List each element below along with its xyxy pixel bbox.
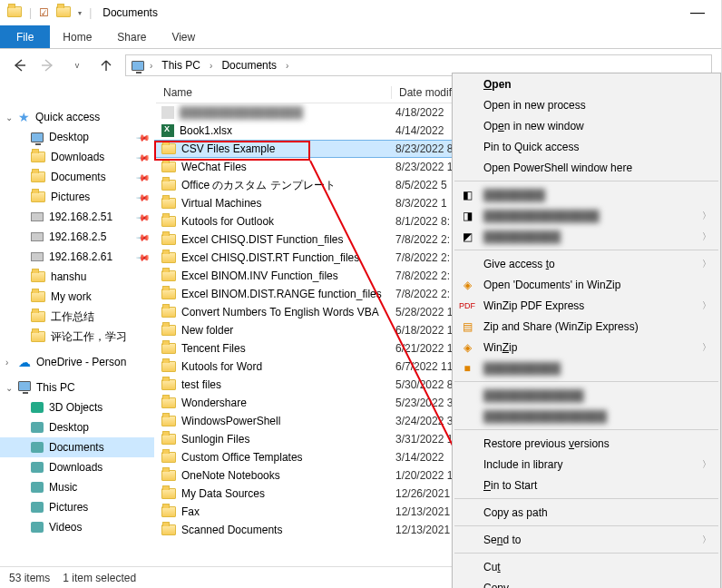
sidebar-item-label: Documents bbox=[49, 441, 104, 454]
chevron-down-icon[interactable]: ⌄ bbox=[5, 383, 13, 393]
menu-copy-as-path[interactable]: Copy as path bbox=[453, 502, 720, 523]
sidebar-quick-access[interactable]: ⌄ ★ Quick access bbox=[0, 107, 154, 127]
qat-dropdown-icon[interactable]: ▾ bbox=[78, 9, 82, 17]
tab-home[interactable]: Home bbox=[50, 25, 104, 48]
menu-send-to[interactable]: Send to〉 bbox=[453, 529, 720, 550]
file-name: ████████████████ bbox=[180, 106, 303, 119]
file-name: Excel CHISQ.DIST.RT Function_files bbox=[181, 251, 359, 264]
file-name: Tencent Files bbox=[181, 342, 246, 355]
menu-copy[interactable]: Copy bbox=[453, 577, 720, 588]
sidebar-item[interactable]: Desktop bbox=[0, 417, 154, 437]
folder-icon bbox=[31, 331, 45, 342]
menu-open[interactable]: Open bbox=[453, 74, 720, 94]
chevron-right-icon[interactable]: › bbox=[148, 61, 154, 71]
ribbon-tabs: File Home Share View bbox=[0, 25, 721, 49]
sidebar-item-label: 工作总结 bbox=[51, 309, 94, 325]
pin-icon: 📌 bbox=[136, 250, 151, 264]
sidebar-item[interactable]: Documents📌 bbox=[0, 167, 154, 187]
menu-item-blurred[interactable]: ◧████████ bbox=[453, 184, 720, 205]
file-name: WindowsPowerShell bbox=[181, 415, 280, 427]
divider: | bbox=[29, 6, 32, 19]
submenu-arrow-icon: 〉 bbox=[702, 230, 711, 243]
sidebar-item-label: Downloads bbox=[49, 461, 102, 474]
title-bar: | ☑ ▾ | Documents — bbox=[0, 0, 721, 25]
menu-item-blurred[interactable]: ████████████████ bbox=[453, 406, 720, 426]
sidebar-this-pc[interactable]: ⌄ This PC bbox=[0, 377, 154, 397]
network-drive-icon bbox=[31, 252, 44, 261]
menu-zip-and-share[interactable]: ▤Zip and Share (WinZip Express) bbox=[453, 316, 720, 337]
folder-icon bbox=[31, 291, 45, 302]
file-name: test files bbox=[181, 378, 221, 391]
menu-open-new-process[interactable]: Open in new process bbox=[453, 94, 720, 115]
folder-icon bbox=[161, 452, 176, 463]
folder-icon bbox=[161, 343, 176, 354]
sidebar-item[interactable]: Downloads📌 bbox=[0, 147, 154, 167]
menu-open-new-window[interactable]: Open in new window bbox=[453, 115, 720, 136]
chevron-right-icon[interactable]: › bbox=[5, 358, 8, 368]
column-name[interactable]: Name bbox=[156, 86, 392, 99]
folder-icon bbox=[161, 270, 176, 281]
tab-share[interactable]: Share bbox=[104, 25, 159, 48]
menu-restore-previous[interactable]: Restore previous versions bbox=[453, 433, 720, 454]
sidebar-item[interactable]: Music bbox=[0, 477, 154, 497]
library-icon bbox=[31, 462, 44, 473]
pin-icon: 📌 bbox=[136, 190, 151, 204]
app-icon: ◨ bbox=[460, 209, 474, 223]
file-name: Custom Office Templates bbox=[181, 451, 303, 464]
submenu-arrow-icon: 〉 bbox=[702, 210, 711, 222]
sidebar-item[interactable]: Desktop📌 bbox=[0, 127, 154, 147]
chevron-right-icon[interactable]: › bbox=[284, 61, 290, 71]
breadcrumb-this-pc[interactable]: This PC bbox=[158, 59, 204, 72]
divider: | bbox=[89, 6, 92, 19]
menu-open-powershell[interactable]: Open PowerShell window here bbox=[453, 157, 720, 178]
chevron-down-icon[interactable]: ⌄ bbox=[5, 113, 13, 122]
file-name: My Data Sources bbox=[181, 487, 265, 500]
recent-dropdown-icon[interactable]: v bbox=[67, 55, 87, 75]
sidebar-item[interactable]: Videos bbox=[0, 517, 154, 537]
sidebar-item[interactable]: 3D Objects bbox=[0, 397, 154, 417]
sidebar-item[interactable]: hanshu bbox=[0, 267, 154, 287]
sidebar-onedrive[interactable]: › ☁ OneDrive - Person bbox=[0, 352, 154, 372]
menu-item-blurred[interactable]: ◨███████████████〉 bbox=[453, 205, 720, 226]
menu-pin-to-start[interactable]: Pin to Start bbox=[453, 475, 720, 495]
sidebar-item-label: 192.168.2.51 bbox=[49, 211, 112, 223]
menu-item-blurred[interactable]: █████████████ bbox=[453, 385, 720, 406]
sidebar-item[interactable]: Pictures bbox=[0, 497, 154, 517]
chevron-right-icon[interactable]: › bbox=[208, 61, 214, 71]
tab-view[interactable]: View bbox=[159, 25, 208, 48]
sidebar-item[interactable]: Documents bbox=[0, 437, 154, 457]
menu-pin-quick-access[interactable]: Pin to Quick access bbox=[453, 136, 720, 157]
file-name: Excel BINOM.INV Function_files bbox=[181, 270, 338, 282]
folder-icon bbox=[161, 162, 176, 172]
file-name: Kutools for Outlook bbox=[181, 215, 274, 228]
minimize-button[interactable]: — bbox=[681, 5, 714, 21]
back-button[interactable] bbox=[9, 55, 29, 75]
sidebar-item[interactable]: 工作总结 bbox=[0, 307, 154, 327]
sidebar-item[interactable]: 192.168.2.51📌 bbox=[0, 207, 154, 227]
breadcrumb-documents[interactable]: Documents bbox=[218, 59, 280, 72]
forward-button[interactable] bbox=[38, 55, 58, 75]
menu-winzip-pdf-express[interactable]: PDFWinZip PDF Express〉 bbox=[453, 295, 720, 316]
menu-item-blurred[interactable]: ◩██████████〉 bbox=[453, 226, 720, 247]
sidebar-item[interactable]: My work bbox=[0, 287, 154, 307]
sidebar-item[interactable]: 192.168.2.61📌 bbox=[0, 247, 154, 267]
sidebar-item-label: 3D Objects bbox=[49, 401, 102, 414]
file-name: WeChat Files bbox=[181, 161, 247, 173]
library-icon bbox=[31, 422, 44, 433]
properties-icon[interactable]: ☑ bbox=[39, 6, 49, 19]
file-name: Sunlogin Files bbox=[181, 433, 249, 446]
menu-open-documents-winzip[interactable]: ◈Open 'Documents' in WinZip bbox=[453, 274, 720, 295]
menu-give-access-to[interactable]: Give access to〉 bbox=[453, 253, 720, 274]
sidebar-item[interactable]: Pictures📌 bbox=[0, 187, 154, 207]
menu-item-blurred[interactable]: ■██████████ bbox=[453, 358, 720, 378]
tab-file[interactable]: File bbox=[0, 25, 50, 48]
menu-winzip[interactable]: ◈WinZip〉 bbox=[453, 337, 720, 358]
sidebar-item[interactable]: 评论工作，学习 bbox=[0, 327, 154, 347]
menu-include-in-library[interactable]: Include in library〉 bbox=[453, 454, 720, 475]
sidebar-item[interactable]: 192.168.2.5📌 bbox=[0, 227, 154, 247]
up-button[interactable] bbox=[96, 55, 116, 75]
folder-icon bbox=[161, 488, 176, 499]
menu-cut[interactable]: Cut bbox=[453, 556, 720, 577]
sidebar-item[interactable]: Downloads bbox=[0, 457, 154, 477]
submenu-arrow-icon: 〉 bbox=[702, 534, 711, 546]
